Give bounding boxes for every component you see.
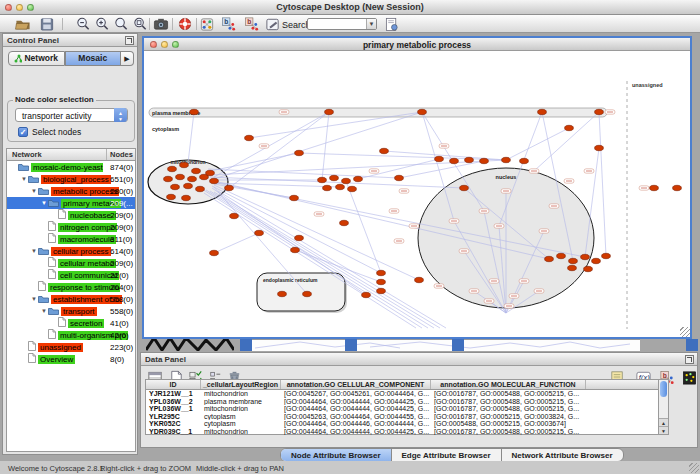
window-resize-grip[interactable] — [680, 327, 690, 337]
app-titlebar[interactable]: Cytoscape Desktop (New Session) — [0, 0, 700, 15]
column-header[interactable]: annotation.GO CELLULAR_COMPONENT — [281, 380, 431, 389]
expand-arrow-icon[interactable]: ▼ — [40, 200, 48, 206]
tree-row-metabolic-process[interactable]: ▼metabolic process280(0) — [7, 185, 135, 197]
tree-row-unassigned[interactable]: unassigned223(0) — [7, 341, 135, 353]
expand-arrow-icon[interactable]: ▼ — [30, 296, 38, 302]
network-canvas[interactable]: unassignednucleusplasma membranecytoplas… — [144, 51, 690, 337]
graph-node — [168, 166, 177, 171]
file-icon — [38, 281, 46, 293]
import-network-icon[interactable]: b — [220, 16, 238, 32]
tree-node-label: unassigned — [38, 343, 83, 352]
tree-row-mosaic-demo-yeast[interactable]: mosaic-demo-yeast874(0) — [7, 161, 135, 173]
network-view-window[interactable]: primary metabolic process unassignednucl… — [142, 36, 692, 339]
tab-network[interactable]: Network — [8, 51, 65, 66]
hidden-window-titlebar[interactable] — [686, 339, 698, 351]
table-row[interactable]: YJR121W__1mitochondrion[GO:0045267, GO:0… — [146, 390, 668, 398]
help-lifesaver-icon[interactable] — [176, 16, 194, 32]
import-attributes-icon[interactable]: b — [243, 16, 261, 32]
app-resize-grip[interactable] — [689, 463, 699, 473]
tree-row-nitrogen-compo[interactable]: nitrogen compo209(0) — [7, 221, 135, 233]
node-color-dropdown[interactable]: transporter activity ▲▼ — [15, 108, 128, 122]
zoom-fit-icon[interactable] — [131, 16, 149, 32]
node-count: 651(0) — [110, 175, 133, 184]
scroll-up-button[interactable]: ▲ — [659, 418, 668, 426]
table-cell: [GO:0045267, GO:0045261, GO:0044464, G..… — [281, 390, 431, 398]
table-row[interactable]: YPL036W__2plasma membrane[GO:0044464, GO… — [146, 398, 668, 406]
table-row[interactable]: YLR295Ccytoplasm[GO:0045263, GO:0044464,… — [146, 413, 668, 421]
graph-node — [318, 177, 327, 182]
table-row[interactable]: YDR039C__1mitochondrion[GO:0044464, GO:0… — [146, 428, 668, 436]
expand-arrow-icon[interactable]: ▼ — [30, 248, 38, 254]
column-header[interactable]: ID — [146, 380, 201, 389]
graph-node — [354, 176, 363, 181]
attribute-table[interactable]: ID_cellularLayoutRegionannotation.GO CEL… — [145, 379, 669, 435]
tree-node-label: macromolecule — [58, 235, 116, 244]
search-options-icon[interactable] — [383, 16, 401, 32]
save-session-icon[interactable] — [38, 16, 56, 32]
graph-node — [502, 157, 511, 162]
tree-row-macromolecule[interactable]: macromolecule311(0) — [7, 233, 135, 245]
tab-overflow-arrow[interactable]: ▶ — [121, 51, 134, 66]
graph-node — [520, 158, 529, 163]
select-nodes-checkbox[interactable]: ✓ — [18, 127, 28, 137]
tab-mosaic[interactable]: Mosaic — [65, 51, 122, 66]
tree-row-primary-metabo[interactable]: ▼primary metabo209(... — [7, 197, 135, 209]
tree-node-label: transport — [61, 307, 97, 316]
tree-row-response-to-stimulu[interactable]: response to stimulu264(0) — [7, 281, 135, 293]
float-panel-icon[interactable] — [125, 36, 134, 45]
tab-network-attribute-browser[interactable]: Network Attribute Browser — [502, 449, 623, 461]
folder-icon — [38, 294, 49, 305]
network-window-titlebar[interactable]: primary metabolic process — [144, 38, 690, 51]
tree-row-establishment-of-lo[interactable]: ▼establishment of lo558(0) — [7, 293, 135, 305]
network-overview-icon[interactable] — [198, 16, 216, 32]
search-dropdown-arrow[interactable]: ▼ — [366, 19, 376, 29]
graph-node — [295, 150, 304, 155]
tree-row-overview[interactable]: Overview8(0) — [7, 353, 135, 365]
tree-row-secretion[interactable]: secretion41(0) — [7, 317, 135, 329]
tree-header[interactable]: Network Nodes — [7, 149, 135, 161]
graph-node — [190, 109, 199, 114]
folder-icon — [48, 306, 59, 317]
table-row[interactable]: YPL036W__1mitochondrion[GO:0044464, GO:0… — [146, 405, 668, 413]
tree-row-nucleobase-[interactable]: nucleobase-209(0) — [7, 209, 135, 221]
column-header[interactable]: annotation.GO MOLECULAR_FUNCTION — [431, 380, 586, 389]
zoom-out-icon[interactable] — [74, 16, 92, 32]
file-icon — [28, 353, 36, 365]
expand-arrow-icon[interactable]: ▼ — [20, 176, 28, 182]
hidden-window-titlebar[interactable] — [240, 339, 252, 351]
expand-arrow-icon[interactable]: ▼ — [30, 188, 38, 194]
table-scrollbar[interactable]: ▲ ▼ — [658, 379, 669, 435]
snapshot-camera-icon[interactable] — [152, 16, 170, 32]
node-count: 614(0) — [110, 247, 133, 256]
graph-node — [180, 162, 189, 167]
hidden-window-titlebar[interactable] — [345, 339, 357, 351]
scrollbar-thumb[interactable] — [660, 381, 667, 397]
tree-row-biological-process[interactable]: ▼biological_process651(0) — [7, 173, 135, 185]
tree-column-nodes: Nodes — [107, 149, 135, 160]
graph-edge — [214, 185, 419, 280]
table-row[interactable]: YKR052Ccytoplasm[GO:0044464, GO:0044446,… — [146, 420, 668, 428]
tab-edge-attribute-browser[interactable]: Edge Attribute Browser — [392, 449, 502, 461]
expand-arrow-icon[interactable]: ▼ — [40, 308, 48, 314]
zoom-selected-icon[interactable] — [112, 16, 130, 32]
open-session-icon[interactable] — [14, 16, 32, 32]
column-header[interactable]: _cellularLayoutRegion — [201, 380, 281, 389]
attribute-table-header[interactable]: ID_cellularLayoutRegionannotation.GO CEL… — [146, 380, 668, 390]
zoom-in-icon[interactable] — [93, 16, 111, 32]
manage-networks-icon[interactable] — [264, 16, 282, 32]
tree-row-cellular-metabo[interactable]: cellular metabo209(0) — [7, 257, 135, 269]
table-cell: YKR052C — [146, 420, 201, 428]
scroll-down-button[interactable]: ▼ — [659, 426, 668, 434]
control-panel: Control Panel Network Mosaic ▶ Node colo… — [2, 33, 138, 455]
graph-node — [380, 148, 389, 153]
tree-row-cell-communicat[interactable]: cell communicat22(0) — [7, 269, 135, 281]
network-graph: unassignednucleusplasma membranecytoplas… — [144, 51, 690, 337]
tree-row-transport[interactable]: ▼transport558(0) — [7, 305, 135, 317]
graph-edge — [214, 112, 329, 177]
float-panel-icon[interactable] — [685, 355, 694, 364]
tab-node-attribute-browser[interactable]: Node Attribute Browser — [281, 449, 392, 461]
tree-row-multi-organism-pro[interactable]: multi-organism pro42(0) — [7, 329, 135, 341]
hidden-window-titlebar[interactable] — [452, 339, 464, 351]
attribute-matrix-icon[interactable] — [681, 369, 698, 386]
tree-row-cellular-process[interactable]: ▼cellular process614(0) — [7, 245, 135, 257]
